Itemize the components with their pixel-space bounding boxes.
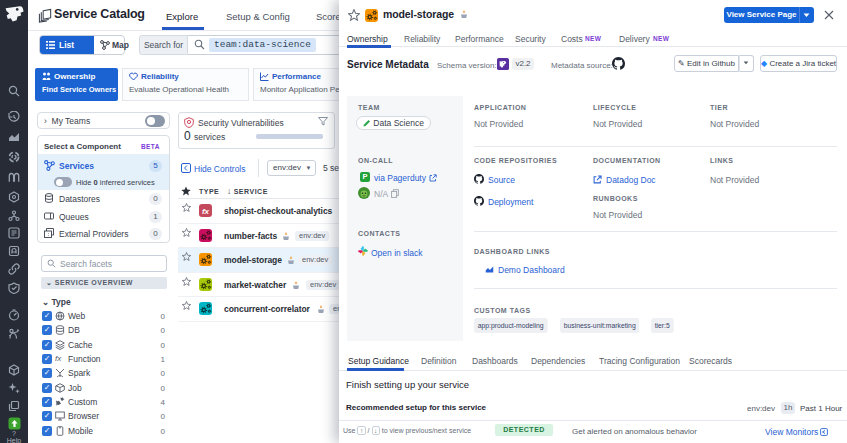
svg-text:fx: fx	[202, 207, 210, 216]
